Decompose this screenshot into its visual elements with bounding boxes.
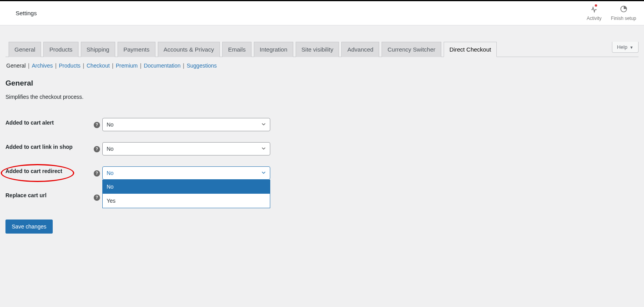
help-icon[interactable]: ?: [94, 146, 100, 152]
subnav-premium[interactable]: Premium: [116, 62, 137, 69]
subnav-products[interactable]: Products: [59, 62, 80, 69]
activity-button[interactable]: Activity: [587, 5, 601, 21]
caret-down-icon: ▼: [630, 45, 633, 50]
activity-label: Activity: [587, 16, 601, 21]
chevron-down-icon: [261, 170, 266, 176]
separator: |: [112, 62, 114, 69]
select-value: No: [107, 146, 114, 152]
nav-tab-accounts-privacy[interactable]: Accounts & Privacy: [158, 42, 220, 57]
subnav-general[interactable]: General: [6, 62, 26, 69]
save-changes-button[interactable]: Save changes: [5, 220, 53, 234]
chevron-down-icon: [261, 146, 266, 152]
select-cart-redirect[interactable]: No: [102, 166, 270, 180]
nav-tab-products[interactable]: Products: [43, 42, 78, 57]
row-replace-cart-url: Replace cart url ?: [5, 185, 639, 205]
help-icon[interactable]: ?: [94, 170, 100, 177]
top-header: Settings Activity Finish setup: [0, 0, 644, 25]
help-label: Help: [617, 44, 628, 50]
help-toggle[interactable]: Help ▼: [612, 42, 639, 53]
label-replace-cart-url: Replace cart url: [5, 185, 88, 205]
nav-tab-direct-checkout[interactable]: Direct Checkout: [444, 42, 497, 57]
help-icon[interactable]: ?: [94, 195, 100, 201]
section-desc: Simplifies the checkout process.: [5, 94, 639, 100]
nav-tab-wrapper: GeneralProductsShippingPaymentsAccounts …: [5, 42, 639, 57]
separator: |: [140, 62, 141, 69]
activity-icon: [590, 5, 598, 14]
nav-tab-site-visibility[interactable]: Site visibility: [296, 42, 339, 57]
separator: |: [183, 62, 184, 69]
row-added-to-cart-alert: Added to cart alert ? No: [5, 112, 639, 137]
finish-setup-button[interactable]: Finish setup: [611, 5, 636, 21]
row-added-to-cart-redirect: Added to cart redirect ? No NoYes: [5, 161, 639, 185]
nav-tab-currency-switcher[interactable]: Currency Switcher: [382, 42, 441, 57]
subnav-suggestions[interactable]: Suggestions: [187, 62, 217, 69]
sub-nav: General|Archives|Products|Checkout|Premi…: [5, 57, 639, 70]
dropdown-option-no[interactable]: No: [103, 180, 270, 194]
chevron-down-icon: [261, 121, 266, 128]
separator: |: [83, 62, 84, 69]
nav-tab-general[interactable]: General: [9, 42, 41, 57]
section-title: General: [5, 79, 639, 87]
help-icon[interactable]: ?: [94, 122, 100, 128]
subnav-documentation[interactable]: Documentation: [144, 62, 180, 69]
content-area: Help ▼ GeneralProductsShippingPaymentsAc…: [0, 42, 644, 249]
label-cart-alert: Added to cart alert: [5, 112, 88, 137]
separator: |: [28, 62, 30, 69]
nav-tab-emails[interactable]: Emails: [222, 42, 252, 57]
topbar-actions: Activity Finish setup: [587, 5, 636, 21]
select-cart-link-shop[interactable]: No: [102, 142, 270, 155]
nav-tab-shipping[interactable]: Shipping: [81, 42, 115, 57]
select-value: No: [107, 121, 114, 128]
subnav-checkout[interactable]: Checkout: [87, 62, 110, 69]
separator: |: [55, 62, 57, 69]
select-cart-alert[interactable]: No: [102, 118, 270, 131]
progress-icon: [620, 5, 628, 14]
subnav-archives[interactable]: Archives: [32, 62, 53, 69]
nav-tab-integration[interactable]: Integration: [254, 42, 293, 57]
page-main-title: Settings: [16, 10, 37, 16]
select-value: No: [107, 170, 114, 176]
nav-tab-advanced[interactable]: Advanced: [341, 42, 379, 57]
row-added-to-cart-link-shop: Added to cart link in shop ? No: [5, 137, 639, 161]
settings-form-table: Added to cart alert ? No Added to cart l…: [5, 112, 639, 205]
nav-tab-payments[interactable]: Payments: [118, 42, 155, 57]
finish-setup-label: Finish setup: [611, 16, 636, 21]
dropdown-option-yes[interactable]: Yes: [103, 194, 270, 208]
label-cart-redirect: Added to cart redirect: [5, 161, 88, 185]
label-cart-link-shop: Added to cart link in shop: [5, 137, 88, 161]
dropdown-cart-redirect: NoYes: [102, 180, 270, 208]
